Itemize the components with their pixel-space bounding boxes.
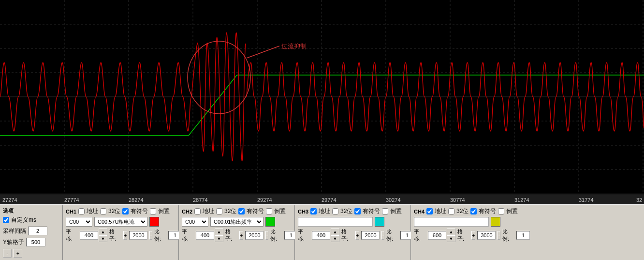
ch1-color-box <box>149 217 159 227</box>
ch2-signed-checkbox[interactable] <box>238 208 245 214</box>
ch1-title-row: CH1 地址 32位 有符号 倒置 <box>66 207 176 215</box>
custom-ms-checkbox[interactable] <box>3 217 9 223</box>
x-tick-1: 27774 <box>64 197 79 203</box>
options-title: 选项 <box>3 207 59 214</box>
ch2-grid-minus-btn[interactable]: + <box>239 231 243 240</box>
ch4-invert-checkbox[interactable] <box>498 208 504 214</box>
ch2-grid-plus-btn[interactable]: - <box>265 231 268 240</box>
x-tick-4: 29274 <box>257 197 272 203</box>
x-tick-5: 29774 <box>322 197 337 203</box>
left-section: 选项 自定义ms 采样间隔 Y轴格子 - + <box>0 205 63 260</box>
ch3-offset-control: ▲ ▼ <box>312 229 339 242</box>
ch1-addr-checkbox[interactable] <box>78 208 85 214</box>
ch1-32bit-checkbox[interactable] <box>100 208 106 214</box>
ch3-channel-input[interactable] <box>298 217 373 227</box>
ch1-channel-row: C00 C00.57U相电流 <box>66 217 176 227</box>
chart-area: 过流抑制 <box>0 0 644 194</box>
ch2-offset-input[interactable] <box>196 231 214 240</box>
y-axis-row: Y轴格子 <box>3 238 59 246</box>
ch2-offset-up-btn[interactable]: ▲ <box>215 229 223 235</box>
ch3-params-row: 平移: ▲ ▼ 格子: + - 比例: <box>298 228 408 243</box>
ch1-offset-down-btn[interactable]: ▼ <box>99 235 107 242</box>
x-axis: 27274 27774 28274 28774 29274 29774 3027… <box>0 194 644 204</box>
ch4-title-row: CH4 地址 32位 有符号 倒置 <box>414 207 524 215</box>
ch4-offset-control: ▲ ▼ <box>428 229 455 242</box>
ch4-scale-input[interactable] <box>516 231 530 240</box>
ch1-params-row: 平移: ▲ ▼ 格子: + - 比例: <box>66 228 176 243</box>
ch3-title-row: CH3 地址 32位 有符号 倒置 <box>298 207 408 215</box>
ch2-32bit-checkbox[interactable] <box>216 208 222 214</box>
ch1-dropdown1[interactable]: C00 <box>66 217 92 227</box>
ch1-grid-input[interactable] <box>129 231 147 240</box>
y-axis-minus-btn[interactable]: - <box>3 249 12 258</box>
x-tick-3: 28774 <box>193 197 208 203</box>
annotation-line <box>247 46 279 58</box>
ch3-section: CH3 地址 32位 有符号 倒置 平移: ▲ ▼ 格子: + <box>295 205 411 260</box>
ch4-grid-input[interactable] <box>477 231 496 240</box>
ch4-32bit-checkbox[interactable] <box>448 208 454 214</box>
ch1-offset-control: ▲ ▼ <box>80 229 107 242</box>
ch1-signed-checkbox[interactable] <box>122 208 129 214</box>
ch4-params-row: 平移: ▲ ▼ 格子: + - 比例: <box>414 228 524 243</box>
ch4-offset-down-btn[interactable]: ▼ <box>447 235 455 242</box>
ch2-invert-checkbox[interactable] <box>266 208 272 214</box>
ch4-section: CH4 地址 32位 有符号 倒置 平移: ▲ ▼ 格子: + <box>411 205 527 260</box>
ch3-signed-checkbox[interactable] <box>354 208 361 214</box>
ch3-grid-minus-btn[interactable]: + <box>355 231 359 240</box>
ch3-offset-down-btn[interactable]: ▼ <box>331 235 339 242</box>
ch2-params-row: 平移: ▲ ▼ 格子: + - 比例: <box>182 228 292 243</box>
ch4-color-box <box>491 217 500 227</box>
ch2-color-box <box>265 217 275 227</box>
ch4-grid-plus-btn[interactable]: - <box>498 231 500 240</box>
ch3-channel-row <box>298 217 408 227</box>
ch4-signed-checkbox[interactable] <box>470 208 477 214</box>
ch3-addr-checkbox[interactable] <box>310 208 317 214</box>
ch1-invert-checkbox[interactable] <box>150 208 156 214</box>
ch3-offset-input[interactable] <box>312 231 330 240</box>
y-axis-plus-btn[interactable]: + <box>14 249 22 258</box>
ch2-channel-row: C00 C00.01输出频率 <box>182 217 292 227</box>
ch3-grid-plus-btn[interactable]: - <box>381 231 384 240</box>
ch2-addr-checkbox[interactable] <box>194 208 201 214</box>
grid-h <box>0 24 644 169</box>
ch4-channel-row <box>414 217 524 227</box>
x-tick-8: 31274 <box>514 197 529 203</box>
ch4-channel-input[interactable] <box>414 217 489 227</box>
ch1-grid-plus-btn[interactable]: - <box>149 231 152 240</box>
bottom-panel: 选项 自定义ms 采样间隔 Y轴格子 - + CH1 地址 32位 有符号 <box>0 204 644 260</box>
sample-interval-row: 采样间隔 <box>3 227 59 235</box>
x-axis-svg: 27274 27774 28274 28774 29274 29774 3027… <box>0 194 644 205</box>
ch1-offset-up-btn[interactable]: ▲ <box>99 229 107 235</box>
ch4-offset-input[interactable] <box>428 231 446 240</box>
ch1-dropdown2[interactable]: C00.57U相电流 <box>94 217 147 227</box>
x-tick-6: 30274 <box>386 197 401 203</box>
x-tick-10: 32 <box>636 197 642 203</box>
ch1-section: CH1 地址 32位 有符号 倒置 C00 C00.57U相电流 平移: <box>63 205 179 260</box>
ch2-dropdown2[interactable]: C00.01输出频率 <box>210 217 263 227</box>
x-tick-7: 30774 <box>450 197 465 203</box>
ch3-invert-checkbox[interactable] <box>382 208 388 214</box>
ch1-grid-minus-btn[interactable]: + <box>123 231 127 240</box>
custom-ms-row: 自定义ms <box>3 216 59 224</box>
annotation-text: 过流抑制 <box>281 43 307 50</box>
sample-interval-input[interactable] <box>28 227 47 235</box>
x-tick-0: 27274 <box>2 197 17 203</box>
ch4-grid-minus-btn[interactable]: + <box>471 231 475 240</box>
ch4-offset-up-btn[interactable]: ▲ <box>447 229 455 235</box>
ch3-offset-up-btn[interactable]: ▲ <box>331 229 339 235</box>
ch4-addr-checkbox[interactable] <box>426 208 433 214</box>
ch2-dropdown1[interactable]: C00 <box>182 217 208 227</box>
ch2-title-row: CH2 地址 32位 有符号 倒置 <box>182 207 292 215</box>
chart-svg: 过流抑制 <box>0 0 644 194</box>
ch2-offset-down-btn[interactable]: ▼ <box>215 235 223 242</box>
y-axis-input[interactable] <box>26 238 45 246</box>
y-axis-btn-row: - + <box>3 249 59 258</box>
ch3-32bit-checkbox[interactable] <box>332 208 338 214</box>
ch2-grid-input[interactable] <box>245 231 263 240</box>
ch3-color-box <box>375 217 384 227</box>
ch3-grid-input[interactable] <box>361 231 380 240</box>
ch2-offset-control: ▲ ▼ <box>196 229 223 242</box>
ch2-section: CH2 地址 32位 有符号 倒置 C00 C00.01输出频率 平移: <box>179 205 295 260</box>
x-tick-9: 31774 <box>579 197 594 203</box>
ch1-offset-input[interactable] <box>80 231 98 240</box>
